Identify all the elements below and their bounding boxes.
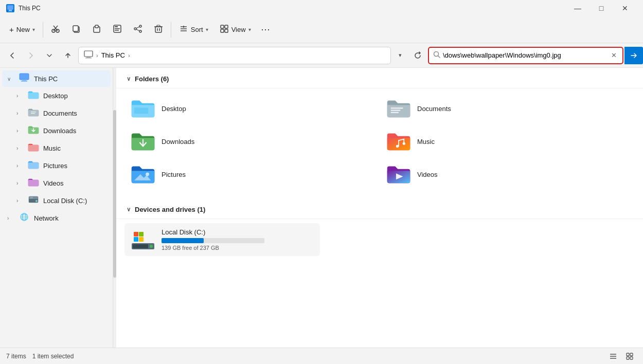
paste-icon xyxy=(92,24,101,35)
svg-rect-40 xyxy=(21,81,27,82)
sidebar-item-downloads[interactable]: › Downloads xyxy=(2,122,111,139)
path-this-pc: This PC xyxy=(101,51,125,59)
svg-rect-34 xyxy=(86,57,91,58)
sort-icon xyxy=(179,24,188,35)
maximize-button[interactable]: □ xyxy=(590,0,613,16)
drive-info: Local Disk (C:) 139 GB free of 237 GB xyxy=(162,228,314,251)
sidebar-item-label-documents: Documents xyxy=(43,110,106,117)
folder-item-videos[interactable]: Videos xyxy=(380,158,635,190)
svg-rect-65 xyxy=(134,232,138,236)
share-button[interactable] xyxy=(128,21,148,39)
new-icon: + xyxy=(9,25,14,34)
svg-rect-67 xyxy=(134,237,138,242)
svg-rect-60 xyxy=(391,110,401,111)
svg-rect-44 xyxy=(31,113,35,114)
folder-item-pictures[interactable]: Pictures xyxy=(124,158,379,190)
folder-item-music[interactable]: Music xyxy=(380,125,635,157)
svg-point-15 xyxy=(139,25,141,27)
local-disk-icon xyxy=(28,195,39,207)
sidebar-item-music[interactable]: › Music xyxy=(2,140,111,157)
svg-rect-68 xyxy=(139,237,144,242)
sidebar-item-desktop[interactable]: › Desktop xyxy=(2,87,111,104)
delete-button[interactable] xyxy=(149,21,168,39)
up-button[interactable] xyxy=(60,47,76,64)
status-bar-left: 7 items 1 item selected xyxy=(6,353,74,360)
svg-rect-41 xyxy=(28,93,39,99)
copy-icon xyxy=(72,24,81,35)
folder-item-desktop[interactable]: Desktop xyxy=(124,93,379,124)
close-button[interactable]: ✕ xyxy=(613,0,637,16)
copy-button[interactable] xyxy=(66,21,86,39)
rename-button[interactable] xyxy=(108,21,127,39)
sidebar-item-local-disk[interactable]: › Local Disk (C:) xyxy=(2,192,111,209)
address-path[interactable]: › This PC › xyxy=(78,47,391,64)
sidebar-item-videos[interactable]: › Videos xyxy=(2,175,111,192)
drives-section-header: ∨ Devices and drives (1) xyxy=(116,198,643,219)
documents-chevron-icon: › xyxy=(16,111,24,116)
svg-rect-0 xyxy=(7,5,13,10)
svg-rect-33 xyxy=(84,51,93,57)
svg-rect-10 xyxy=(95,25,98,28)
svg-rect-39 xyxy=(22,80,26,81)
sidebar-item-pictures[interactable]: › Pictures xyxy=(2,157,111,174)
svg-point-16 xyxy=(134,28,136,30)
sidebar-scrollbar-thumb[interactable] xyxy=(113,110,116,278)
sort-button[interactable]: Sort ▾ xyxy=(174,21,213,39)
drive-bar-bg xyxy=(162,238,264,243)
folders-section-header: ∨ Folders (6) xyxy=(116,68,643,88)
search-go-button[interactable] xyxy=(624,47,643,64)
content-area: ∨ Folders (6) Desktop xyxy=(116,68,643,348)
sidebar-item-label-this-pc: This PC xyxy=(34,75,106,83)
toolbar: + New ▾ xyxy=(0,16,643,43)
videos-folder-icon xyxy=(28,177,39,189)
music-folder-icon xyxy=(28,142,39,154)
paste-button[interactable] xyxy=(87,21,106,39)
new-button[interactable]: + New ▾ xyxy=(4,21,40,39)
drive-bar-fill xyxy=(162,238,204,243)
folder-label-music: Music xyxy=(417,138,435,145)
sidebar-item-network[interactable]: › Network xyxy=(2,210,111,227)
cut-button[interactable] xyxy=(46,21,65,39)
forward-button[interactable] xyxy=(23,47,39,64)
svg-rect-76 xyxy=(630,353,633,356)
drive-item-local-disk[interactable]: Local Disk (C:) 139 GB free of 237 GB xyxy=(124,223,320,256)
minimize-button[interactable]: — xyxy=(566,0,590,16)
folder-item-documents[interactable]: Documents xyxy=(380,93,635,124)
more-icon: ··· xyxy=(261,24,271,35)
drives-collapse-icon[interactable]: ∨ xyxy=(127,206,131,213)
refresh-button[interactable] xyxy=(409,47,426,64)
sort-label: Sort xyxy=(191,26,203,33)
drive-icon xyxy=(131,229,155,250)
svg-rect-59 xyxy=(391,107,403,108)
cut-icon xyxy=(51,24,60,35)
svg-rect-14 xyxy=(115,30,119,31)
sidebar-item-documents[interactable]: › Documents xyxy=(2,105,111,122)
sidebar: ∨ This PC › Desktop › xyxy=(0,68,113,348)
search-box: ✕ xyxy=(428,47,623,64)
grid-view-button[interactable] xyxy=(622,349,637,363)
desktop-chevron-icon: › xyxy=(16,93,24,99)
sidebar-item-this-pc[interactable]: ∨ This PC xyxy=(2,70,111,87)
more-button[interactable]: ··· xyxy=(257,21,275,39)
svg-rect-31 xyxy=(221,29,224,32)
svg-rect-78 xyxy=(630,357,633,359)
folders-collapse-icon[interactable]: ∨ xyxy=(127,76,131,82)
list-view-button[interactable] xyxy=(606,349,620,363)
search-clear-button[interactable]: ✕ xyxy=(610,51,618,59)
svg-rect-29 xyxy=(221,25,224,28)
network-chevron-icon: › xyxy=(7,215,14,221)
recent-locations-button[interactable] xyxy=(41,47,58,64)
pictures-folder-icon xyxy=(28,160,39,172)
address-dropdown-button[interactable]: ▾ xyxy=(393,47,407,64)
sidebar-item-label-downloads: Downloads xyxy=(43,127,106,135)
folder-item-downloads[interactable]: Downloads xyxy=(124,125,379,157)
path-separator-2: › xyxy=(128,52,130,59)
back-button[interactable] xyxy=(4,47,21,64)
drives-grid: Local Disk (C:) 139 GB free of 237 GB xyxy=(116,219,643,260)
view-button[interactable]: View ▾ xyxy=(215,21,256,39)
drive-space: 139 GB free of 237 GB xyxy=(162,245,314,251)
title-bar: This PC — □ ✕ xyxy=(0,0,643,16)
svg-rect-20 xyxy=(155,27,162,32)
search-input[interactable] xyxy=(443,51,607,59)
folder-label-downloads: Downloads xyxy=(162,138,194,145)
